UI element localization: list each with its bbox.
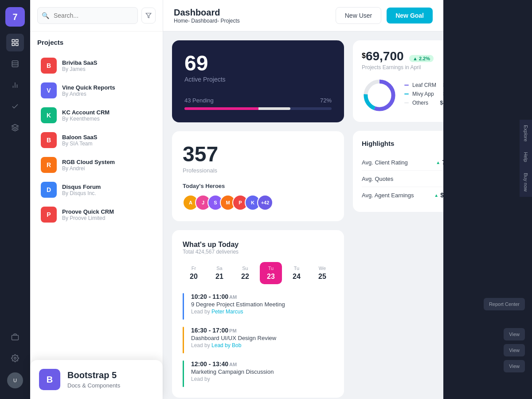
user-avatar[interactable]: U (7, 372, 23, 388)
project-icon: B (41, 58, 57, 74)
calendar-day[interactable]: Sa21 (208, 262, 231, 284)
cal-day-name: Fr (192, 266, 196, 271)
project-item[interactable]: P Proove Quick CRM By Proove Limited (37, 202, 156, 227)
left-panel: 🔍 Projects B Briviba SaaS By James V Vin… (30, 0, 163, 399)
event-ampm: AM (229, 362, 237, 367)
event-lead: Lead by Peter Marcus (191, 309, 333, 315)
sidebar-icon-briefcase[interactable] (6, 328, 24, 346)
sidebar-icon-settings[interactable] (6, 349, 24, 367)
project-info: Vine Quick Reports By Andres (62, 84, 115, 97)
bootstrap-info: Bootstrap 5 Docs & Components (67, 370, 120, 389)
project-by: By Andrei (62, 165, 115, 172)
event-bar (183, 327, 184, 353)
report-center-button[interactable]: Report Center (484, 298, 525, 310)
projects-title: Projects (37, 39, 156, 46)
calendar-row[interactable]: Fr20Sa21Su22Tu23Tu24We25 (183, 262, 333, 284)
project-item[interactable]: B Briviba SaaS By James (37, 53, 156, 78)
sidebar-icon-chart[interactable] (6, 76, 24, 94)
earnings-legend: Leaf CRM $7,660 Mivy App $2,820 Others $… (404, 82, 443, 106)
event-lead-link[interactable]: Peter Marcus (211, 309, 243, 315)
event-ampm: AM (229, 294, 237, 300)
event-ampm: PM (229, 328, 237, 333)
search-input[interactable] (37, 7, 138, 24)
trend-up-icon: ▲ (434, 193, 438, 198)
project-item[interactable]: D Disqus Forum By Disqus Inc. (37, 177, 156, 202)
app-logo[interactable]: 7 (5, 7, 25, 27)
docs-link[interactable]: Docs & Components (67, 382, 120, 389)
view-buttons: View View View (504, 328, 525, 372)
search-icon: 🔍 (42, 12, 49, 19)
highlight-row: Avg. Client Rating ▲ 7.8/10 (362, 154, 443, 171)
project-name: Baloon SaaS (62, 134, 97, 141)
buy-now-tab[interactable]: Buy now (520, 168, 532, 197)
project-item[interactable]: R RGB Cloud System By Andrei (37, 153, 156, 177)
calendar-day[interactable]: We25 (311, 262, 333, 284)
breadcrumb: Home- Dashboard- Projects (174, 18, 240, 24)
sidebar: 7 U (0, 0, 30, 399)
event-lead-link[interactable]: Lead by Bob (211, 342, 241, 348)
project-info: Baloon SaaS By SIA Team (62, 134, 97, 147)
new-user-button[interactable]: New User (336, 7, 381, 24)
project-info: Disqus Forum By Disqus Inc. (62, 184, 101, 196)
project-by: By Andres (62, 91, 115, 97)
earnings-amount: 69,700 (366, 49, 404, 63)
event-bar (183, 293, 184, 320)
todays-heroes: Today's Heroes AJSMPK+42 (183, 183, 333, 211)
projects-section: Projects B Briviba SaaS By James V Vine … (30, 31, 163, 399)
calendar-day[interactable]: Su22 (234, 262, 256, 284)
svg-rect-2 (12, 43, 14, 46)
page-title: Dashboard (174, 8, 240, 18)
professionals-label: Professionals (183, 167, 333, 174)
calendar-day[interactable]: Tu23 (260, 262, 282, 284)
help-tab[interactable]: Help (520, 147, 532, 168)
left-column: 69 Active Projects 43 Pending 72% 357 Pr… (172, 40, 344, 390)
sidebar-icon-check[interactable] (6, 98, 24, 115)
explore-tab[interactable]: Explore (520, 120, 532, 147)
legend-name: Others (412, 100, 428, 106)
project-by: By SIA Team (62, 141, 97, 147)
professionals-card: 357 Professionals Today's Heroes AJSMPK+… (172, 131, 344, 221)
earnings-label: Projects Earnings in April (362, 64, 443, 70)
highlight-value: ▲ 7.8/10 (436, 159, 443, 166)
highlight-value: ▲ $2,309 (434, 192, 443, 199)
project-by: By Disqus Inc. (62, 190, 101, 196)
sidebar-icon-layers[interactable] (6, 119, 24, 137)
view-button-2[interactable]: View (504, 344, 525, 356)
highlight-label: Avg. Client Rating (362, 159, 408, 166)
svg-rect-3 (16, 43, 18, 46)
highlight-row: Avg. Agent Earnings ▲ $2,309 (362, 187, 443, 203)
event-time: 16:30 - 17:00PM (191, 327, 333, 334)
project-item[interactable]: B Baloon SaaS By SIA Team (37, 128, 156, 153)
highlights-title: Highlights (362, 140, 443, 147)
today-card: What's up Today Total 424,567 deliveries… (172, 230, 344, 398)
header: Dashboard Home- Dashboard- Projects New … (163, 0, 443, 31)
highlight-label: Avg. Agent Earnings (362, 192, 414, 199)
event-name: 9 Degree Project Estimation Meeting (191, 301, 333, 308)
sidebar-icon-grid[interactable] (6, 55, 24, 73)
cal-day-num: 24 (293, 273, 301, 281)
event-content: 10:20 - 11:00AM 9 Degree Project Estimat… (191, 293, 333, 315)
filter-button[interactable] (141, 8, 156, 23)
project-info: RGB Cloud System By Andrei (62, 159, 115, 172)
highlight-row: Avg. Quotes ▼ 730 (362, 171, 443, 187)
event-item: 10:20 - 11:00AM 9 Degree Project Estimat… (183, 293, 333, 320)
content-area: 69 Active Projects 43 Pending 72% 357 Pr… (163, 31, 443, 399)
event-name: Dashboard UI/UX Design Review (191, 335, 333, 341)
sidebar-icon-layout[interactable] (6, 34, 24, 51)
project-item[interactable]: K KC Account CRM By Keenthemes (37, 103, 156, 128)
project-icon: B (41, 132, 57, 148)
legend-dot (404, 94, 409, 94)
view-button-1[interactable]: View (504, 328, 525, 340)
event-bar (183, 360, 184, 387)
project-name: Vine Quick Reports (62, 84, 115, 91)
events-list: 10:20 - 11:00AM 9 Degree Project Estimat… (183, 293, 333, 387)
earnings-card: $69,700 ▲ 2.2% Projects Earnings in Apri… (353, 40, 443, 122)
calendar-day[interactable]: Tu24 (286, 262, 308, 284)
project-name: Disqus Forum (62, 184, 101, 190)
view-button-3[interactable]: View (504, 360, 525, 372)
new-goal-button[interactable]: New Goal (387, 8, 433, 23)
svg-rect-1 (16, 39, 18, 42)
calendar-day[interactable]: Fr20 (183, 262, 205, 284)
search-wrapper: 🔍 (37, 7, 138, 24)
project-item[interactable]: V Vine Quick Reports By Andres (37, 78, 156, 103)
